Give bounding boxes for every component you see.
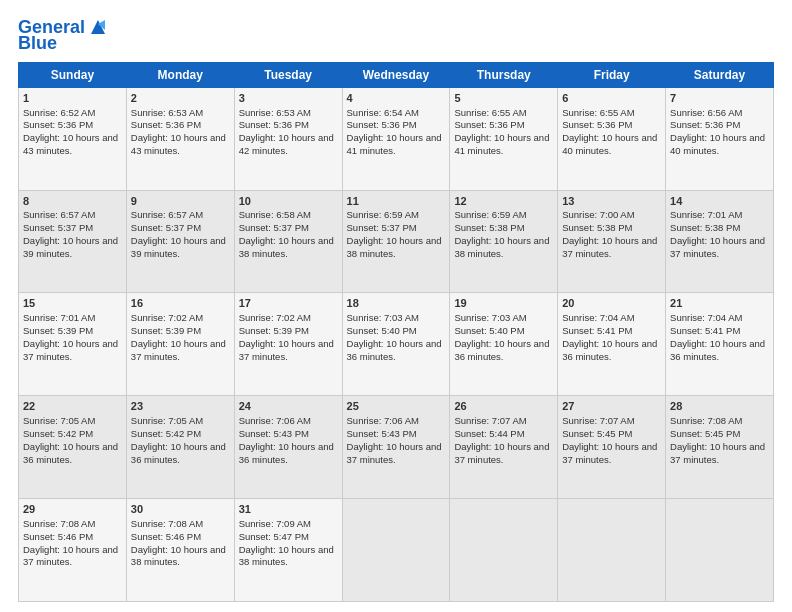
day-header-monday: Monday [126,62,234,87]
sunrise: Sunrise: 7:06 AM [347,415,419,426]
sunrise: Sunrise: 7:00 AM [562,209,634,220]
daylight-label: Daylight: 10 hours and 40 minutes. [562,132,657,156]
sunset: Sunset: 5:36 PM [454,119,524,130]
daylight-label: Daylight: 10 hours and 37 minutes. [131,338,226,362]
day-number: 12 [454,194,553,209]
calendar-cell: 14Sunrise: 7:01 AMSunset: 5:38 PMDayligh… [666,190,774,293]
daylight-label: Daylight: 10 hours and 39 minutes. [23,235,118,259]
day-number: 30 [131,502,230,517]
daylight-label: Daylight: 10 hours and 38 minutes. [131,544,226,568]
day-number: 15 [23,296,122,311]
logo: General Blue [18,18,109,54]
daylight-label: Daylight: 10 hours and 43 minutes. [131,132,226,156]
calendar-cell [558,499,666,602]
calendar-cell: 26Sunrise: 7:07 AMSunset: 5:44 PMDayligh… [450,396,558,499]
calendar-header-row: SundayMondayTuesdayWednesdayThursdayFrid… [19,62,774,87]
daylight-label: Daylight: 10 hours and 37 minutes. [670,441,765,465]
daylight-label: Daylight: 10 hours and 41 minutes. [347,132,442,156]
calendar-cell: 21Sunrise: 7:04 AMSunset: 5:41 PMDayligh… [666,293,774,396]
calendar-cell: 19Sunrise: 7:03 AMSunset: 5:40 PMDayligh… [450,293,558,396]
daylight-label: Daylight: 10 hours and 37 minutes. [347,441,442,465]
day-number: 31 [239,502,338,517]
calendar-week-row: 22Sunrise: 7:05 AMSunset: 5:42 PMDayligh… [19,396,774,499]
calendar-cell [342,499,450,602]
day-number: 24 [239,399,338,414]
day-number: 29 [23,502,122,517]
calendar-cell: 22Sunrise: 7:05 AMSunset: 5:42 PMDayligh… [19,396,127,499]
daylight-label: Daylight: 10 hours and 36 minutes. [347,338,442,362]
day-number: 1 [23,91,122,106]
sunrise: Sunrise: 7:08 AM [670,415,742,426]
calendar-week-row: 29Sunrise: 7:08 AMSunset: 5:46 PMDayligh… [19,499,774,602]
calendar-cell: 31Sunrise: 7:09 AMSunset: 5:47 PMDayligh… [234,499,342,602]
sunset: Sunset: 5:39 PM [131,325,201,336]
calendar-cell: 6Sunrise: 6:55 AMSunset: 5:36 PMDaylight… [558,87,666,190]
sunrise: Sunrise: 6:58 AM [239,209,311,220]
sunset: Sunset: 5:38 PM [562,222,632,233]
day-number: 7 [670,91,769,106]
sunset: Sunset: 5:41 PM [562,325,632,336]
daylight-label: Daylight: 10 hours and 36 minutes. [239,441,334,465]
sunrise: Sunrise: 7:03 AM [454,312,526,323]
day-header-tuesday: Tuesday [234,62,342,87]
sunset: Sunset: 5:40 PM [347,325,417,336]
sunrise: Sunrise: 6:59 AM [347,209,419,220]
sunrise: Sunrise: 6:55 AM [454,107,526,118]
sunset: Sunset: 5:37 PM [23,222,93,233]
sunset: Sunset: 5:36 PM [239,119,309,130]
sunrise: Sunrise: 7:09 AM [239,518,311,529]
sunrise: Sunrise: 6:53 AM [131,107,203,118]
sunrise: Sunrise: 7:02 AM [239,312,311,323]
sunrise: Sunrise: 7:01 AM [23,312,95,323]
calendar-table: SundayMondayTuesdayWednesdayThursdayFrid… [18,62,774,602]
daylight-label: Daylight: 10 hours and 37 minutes. [670,235,765,259]
logo-icon [87,16,109,38]
sunset: Sunset: 5:45 PM [670,428,740,439]
daylight-label: Daylight: 10 hours and 38 minutes. [454,235,549,259]
daylight-label: Daylight: 10 hours and 36 minutes. [23,441,118,465]
calendar-cell: 17Sunrise: 7:02 AMSunset: 5:39 PMDayligh… [234,293,342,396]
day-number: 10 [239,194,338,209]
sunrise: Sunrise: 6:56 AM [670,107,742,118]
sunset: Sunset: 5:40 PM [454,325,524,336]
day-number: 6 [562,91,661,106]
calendar-week-row: 8Sunrise: 6:57 AMSunset: 5:37 PMDaylight… [19,190,774,293]
sunrise: Sunrise: 7:08 AM [23,518,95,529]
day-number: 21 [670,296,769,311]
sunset: Sunset: 5:47 PM [239,531,309,542]
day-header-wednesday: Wednesday [342,62,450,87]
sunrise: Sunrise: 7:01 AM [670,209,742,220]
sunset: Sunset: 5:37 PM [131,222,201,233]
calendar-cell: 30Sunrise: 7:08 AMSunset: 5:46 PMDayligh… [126,499,234,602]
sunset: Sunset: 5:41 PM [670,325,740,336]
daylight-label: Daylight: 10 hours and 36 minutes. [131,441,226,465]
day-number: 5 [454,91,553,106]
calendar-cell: 27Sunrise: 7:07 AMSunset: 5:45 PMDayligh… [558,396,666,499]
calendar-cell: 15Sunrise: 7:01 AMSunset: 5:39 PMDayligh… [19,293,127,396]
sunset: Sunset: 5:37 PM [347,222,417,233]
calendar-cell: 24Sunrise: 7:06 AMSunset: 5:43 PMDayligh… [234,396,342,499]
calendar-body: 1Sunrise: 6:52 AMSunset: 5:36 PMDaylight… [19,87,774,601]
calendar-cell: 16Sunrise: 7:02 AMSunset: 5:39 PMDayligh… [126,293,234,396]
day-number: 16 [131,296,230,311]
calendar-cell: 11Sunrise: 6:59 AMSunset: 5:37 PMDayligh… [342,190,450,293]
sunset: Sunset: 5:36 PM [23,119,93,130]
sunrise: Sunrise: 7:07 AM [562,415,634,426]
calendar-cell: 20Sunrise: 7:04 AMSunset: 5:41 PMDayligh… [558,293,666,396]
day-number: 14 [670,194,769,209]
calendar-cell [450,499,558,602]
calendar-cell: 12Sunrise: 6:59 AMSunset: 5:38 PMDayligh… [450,190,558,293]
daylight-label: Daylight: 10 hours and 38 minutes. [239,235,334,259]
sunset: Sunset: 5:36 PM [131,119,201,130]
day-number: 4 [347,91,446,106]
sunrise: Sunrise: 7:07 AM [454,415,526,426]
sunrise: Sunrise: 6:59 AM [454,209,526,220]
daylight-label: Daylight: 10 hours and 40 minutes. [670,132,765,156]
sunset: Sunset: 5:42 PM [131,428,201,439]
calendar-cell: 10Sunrise: 6:58 AMSunset: 5:37 PMDayligh… [234,190,342,293]
sunrise: Sunrise: 6:57 AM [23,209,95,220]
calendar-cell: 28Sunrise: 7:08 AMSunset: 5:45 PMDayligh… [666,396,774,499]
sunset: Sunset: 5:46 PM [23,531,93,542]
daylight-label: Daylight: 10 hours and 36 minutes. [454,338,549,362]
daylight-label: Daylight: 10 hours and 37 minutes. [23,544,118,568]
